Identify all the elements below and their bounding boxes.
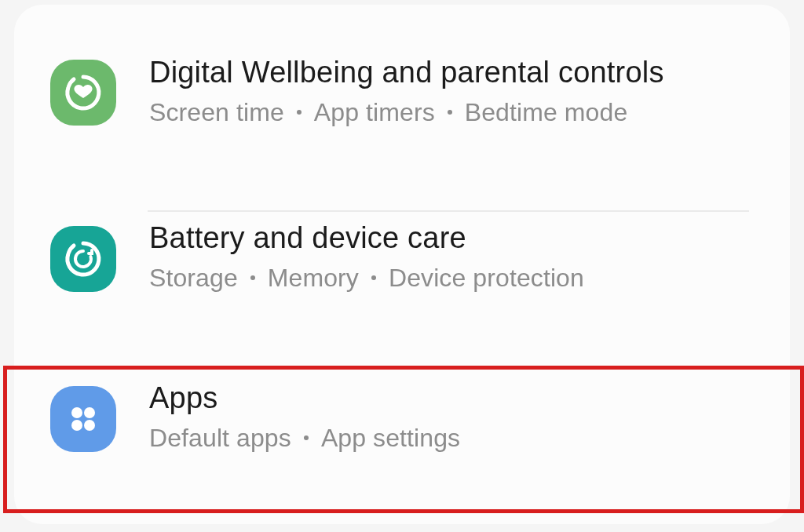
settings-item-apps[interactable]: Apps Default appsApp settings (14, 350, 790, 482)
settings-item-digital-wellbeing[interactable]: Digital Wellbeing and parental controls … (14, 5, 790, 166)
settings-item-battery-device-care[interactable]: Battery and device care StorageMemoryDev… (14, 187, 790, 326)
apps-icon (47, 383, 119, 455)
item-subtitle: StorageMemoryDevice protection (149, 262, 757, 293)
item-title: Battery and device care (149, 220, 757, 256)
item-title: Apps (149, 380, 757, 416)
item-subtitle: Default appsApp settings (149, 422, 757, 454)
svg-point-3 (84, 420, 95, 431)
svg-point-1 (84, 407, 95, 418)
settings-item-text: Apps Default appsApp settings (149, 380, 757, 454)
digital-wellbeing-icon (47, 56, 119, 129)
settings-item-text: Digital Wellbeing and parental controls … (149, 54, 757, 128)
svg-point-0 (71, 407, 82, 418)
settings-card: Digital Wellbeing and parental controls … (14, 5, 790, 524)
item-title: Digital Wellbeing and parental controls (149, 54, 757, 90)
settings-item-text: Battery and device care StorageMemoryDev… (149, 220, 757, 293)
device-care-icon (47, 223, 119, 295)
item-subtitle: Screen timeApp timersBedtime mode (149, 97, 757, 128)
svg-point-2 (71, 420, 82, 431)
